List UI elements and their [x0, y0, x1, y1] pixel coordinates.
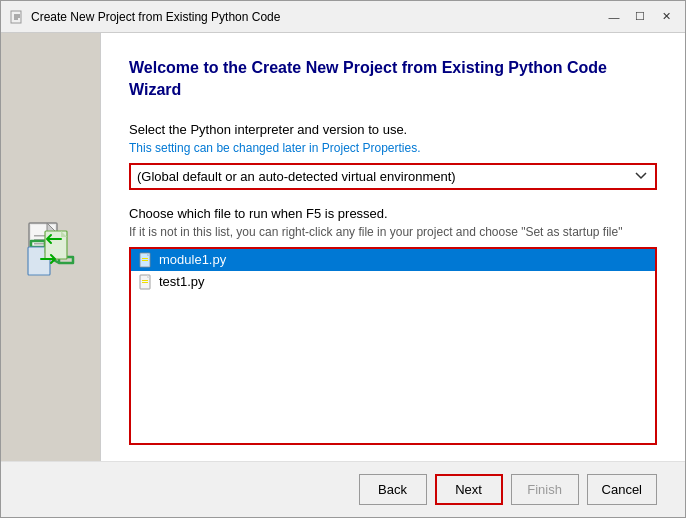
svg-rect-9 — [142, 258, 148, 259]
svg-rect-10 — [142, 260, 148, 261]
interpreter-label: Select the Python interpreter and versio… — [129, 122, 657, 137]
interpreter-select[interactable]: (Global default or an auto-detected virt… — [129, 163, 657, 190]
interpreter-hint: This setting can be changed later in Pro… — [129, 141, 657, 155]
file-name: module1.py — [159, 252, 226, 267]
content-area: Welcome to the Create New Project from E… — [1, 33, 685, 461]
main-panel: Welcome to the Create New Project from E… — [101, 33, 685, 461]
files-hint: If it is not in this list, you can right… — [129, 225, 657, 239]
list-item[interactable]: module1.py — [131, 249, 655, 271]
wizard-icon — [21, 217, 81, 277]
file-icon — [139, 274, 153, 290]
finish-button[interactable]: Finish — [511, 474, 579, 505]
svg-rect-13 — [142, 282, 148, 283]
title-bar-controls: — ☐ ✕ — [603, 6, 677, 28]
close-button[interactable]: ✕ — [655, 6, 677, 28]
button-bar: Back Next Finish Cancel — [1, 461, 685, 517]
files-list[interactable]: module1.py test1.py — [129, 247, 657, 445]
file-icon — [139, 252, 153, 268]
sidebar-icon — [21, 217, 81, 277]
back-button[interactable]: Back — [359, 474, 427, 505]
next-button[interactable]: Next — [435, 474, 503, 505]
wizard-window: Create New Project from Existing Python … — [0, 0, 686, 518]
title-bar-left: Create New Project from Existing Python … — [9, 9, 280, 25]
wizard-title: Welcome to the Create New Project from E… — [129, 57, 657, 102]
minimize-button[interactable]: — — [603, 6, 625, 28]
maximize-button[interactable]: ☐ — [629, 6, 651, 28]
sidebar — [1, 33, 101, 461]
window-title: Create New Project from Existing Python … — [31, 10, 280, 24]
cancel-button[interactable]: Cancel — [587, 474, 657, 505]
list-item[interactable]: test1.py — [131, 271, 655, 293]
files-label: Choose which file to run when F5 is pres… — [129, 206, 657, 221]
svg-rect-12 — [142, 280, 148, 281]
title-bar: Create New Project from Existing Python … — [1, 1, 685, 33]
file-name: test1.py — [159, 274, 205, 289]
window-icon — [9, 9, 25, 25]
